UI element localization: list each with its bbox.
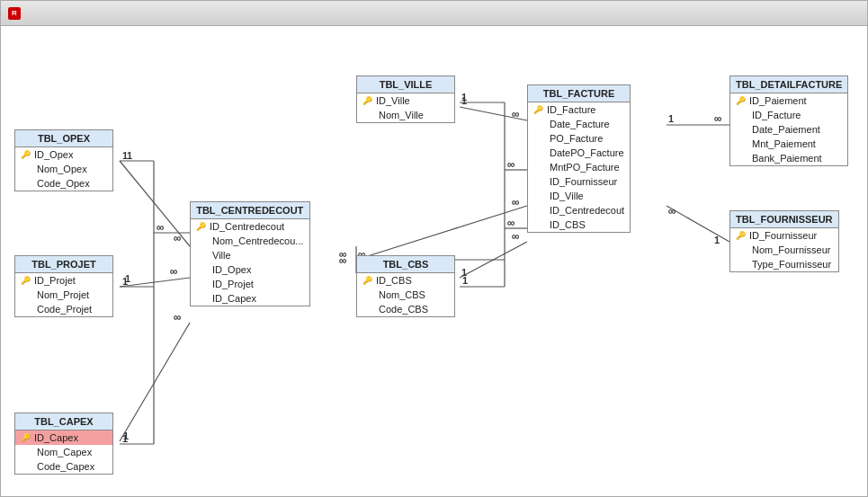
- svg-text:1: 1: [461, 92, 467, 102]
- svg-text:∞: ∞: [507, 158, 515, 171]
- svg-text:1: 1: [122, 276, 128, 287]
- svg-text:1: 1: [122, 433, 128, 444]
- field-id-fournisseur: 🔑ID_Fournisseur: [730, 228, 838, 243]
- key-icon: 🔑: [21, 150, 31, 159]
- field-nom-capex: Nom_Capex: [15, 445, 112, 459]
- diagram-canvas[interactable]: 1 ∞ 1 ∞ 1 ∞ 1 ∞ ∞ ∞ ∞ ∞ 1 ∞: [1, 26, 867, 496]
- field-id-cbs: ID_CBS: [528, 217, 630, 232]
- svg-text:1: 1: [123, 430, 129, 441]
- field-bank-paiement: Bank_Paiement: [730, 151, 847, 165]
- table-tbl_projet: TBL_PROJET🔑ID_ProjetNom_ProjetCode_Proje…: [14, 255, 113, 317]
- svg-text:∞: ∞: [157, 221, 165, 234]
- key-icon: 🔑: [362, 96, 372, 105]
- key-icon: 🔑: [21, 276, 31, 285]
- field-id-facture: 🔑ID_Facture: [528, 102, 630, 117]
- field-label: ID_Paiement: [749, 95, 807, 106]
- field-label: Date_Paiement: [752, 124, 820, 135]
- table-tbl_opex: TBL_OPEX🔑ID_OpexNom_OpexCode_Opex: [14, 129, 113, 191]
- field-code-capex: Code_Capex: [15, 459, 112, 474]
- field-nom-ville: Nom_Ville: [357, 108, 454, 122]
- field-label: Nom_Fournisseur: [752, 244, 830, 255]
- field-id-fournisseur: ID_Fournisseur: [528, 174, 630, 189]
- field-id-projet: ID_Projet: [191, 277, 309, 291]
- svg-line-15: [356, 206, 527, 260]
- table-header-tbl_capex: TBL_CAPEX: [15, 413, 112, 430]
- svg-text:∞: ∞: [507, 217, 515, 229]
- field-id-cbs: 🔑ID_CBS: [357, 273, 454, 288]
- svg-text:∞: ∞: [512, 108, 520, 120]
- field-id-ville: ID_Ville: [528, 189, 630, 203]
- field-label: Code_Capex: [37, 461, 94, 472]
- table-header-tbl_fournisseur: TBL_FOURNISSEUR: [730, 211, 838, 228]
- field-label: ID_Opex: [34, 149, 73, 160]
- field-label: ID_CBS: [376, 275, 412, 286]
- field-id-projet: 🔑ID_Projet: [15, 273, 112, 288]
- field-label: ID_Capex: [34, 432, 78, 443]
- svg-text:∞: ∞: [668, 205, 676, 217]
- svg-line-0: [120, 161, 190, 246]
- field-nom-opex: Nom_Opex: [15, 162, 112, 176]
- field-label: ID_CBS: [550, 219, 586, 230]
- table-header-tbl_ville: TBL_VILLE: [357, 76, 454, 93]
- field-id-facture: ID_Facture: [730, 108, 847, 122]
- field-label: Mnt_Paiement: [752, 138, 816, 149]
- app-icon: R: [8, 7, 21, 20]
- field-nom-cbs: Nom_CBS: [357, 288, 454, 302]
- table-header-tbl_projet: TBL_PROJET: [15, 256, 112, 273]
- svg-text:∞: ∞: [512, 196, 520, 209]
- field-label: Code_Projet: [37, 304, 92, 315]
- table-tbl_facture: TBL_FACTURE🔑ID_FactureDate_FacturePO_Fac…: [527, 84, 631, 233]
- svg-line-6: [120, 323, 190, 441]
- table-tbl_fournisseur: TBL_FOURNISSEUR🔑ID_FournisseurNom_Fourni…: [729, 210, 839, 272]
- svg-text:∞: ∞: [714, 112, 722, 125]
- key-icon: 🔑: [196, 222, 206, 231]
- svg-line-9: [460, 107, 527, 120]
- field-nom-fournisseur: Nom_Fournisseur: [730, 243, 838, 257]
- field-label: DatePO_Facture: [550, 147, 624, 158]
- field-label: Nom_Centredecou...: [212, 235, 304, 246]
- field-label: ID_Projet: [212, 279, 254, 289]
- svg-text:∞: ∞: [512, 230, 520, 243]
- key-icon: 🔑: [362, 276, 372, 285]
- field-label: ID_Centredecout: [550, 205, 624, 216]
- main-window: R 1 ∞ 1 ∞ 1 ∞ 1 ∞ ∞ ∞ ∞: [0, 0, 868, 497]
- field-label: ID_Projet: [34, 275, 76, 286]
- svg-text:∞: ∞: [174, 311, 182, 324]
- field-label: ID_Ville: [550, 191, 584, 201]
- table-header-tbl_opex: TBL_OPEX: [15, 130, 112, 147]
- field-date-paiement: Date_Paiement: [730, 122, 847, 137]
- svg-text:1: 1: [714, 235, 720, 245]
- field-code-opex: Code_Opex: [15, 176, 112, 191]
- svg-text:∞: ∞: [339, 254, 347, 267]
- field-label: Type_Fournisseur: [752, 259, 831, 270]
- svg-text:1: 1: [668, 113, 674, 124]
- svg-text:1: 1: [461, 95, 467, 106]
- svg-text:∞: ∞: [339, 248, 347, 261]
- field-code-projet: Code_Projet: [15, 302, 112, 316]
- svg-line-24: [667, 206, 729, 242]
- svg-text:∞: ∞: [170, 265, 178, 278]
- table-header-tbl_cbs: TBL_CBS: [357, 256, 454, 273]
- field-label: Nom_Projet: [37, 289, 89, 300]
- field-label: ID_Facture: [752, 110, 801, 120]
- field-label: Code_CBS: [379, 304, 428, 315]
- field-label: ID_Centredecout: [210, 221, 284, 232]
- title-bar: R: [1, 1, 867, 26]
- field-label: MntPO_Facture: [550, 162, 620, 173]
- key-icon: 🔑: [533, 105, 543, 114]
- field-id-centredecout: ID_Centredecout: [528, 203, 630, 217]
- field-label: Date_Facture: [550, 119, 610, 129]
- table-tbl_cbs: TBL_CBS🔑ID_CBSNom_CBSCode_CBS: [356, 255, 455, 317]
- table-header-tbl_centredecout: TBL_CENTREDECOUT: [191, 202, 309, 219]
- field-label: ID_Fournisseur: [749, 230, 817, 241]
- field-id-ville: 🔑ID_Ville: [357, 93, 454, 108]
- key-icon: 🔑: [21, 433, 31, 442]
- field-label: Nom_Ville: [379, 110, 424, 120]
- table-tbl_centredecout: TBL_CENTREDECOUT🔑ID_CentredecoutNom_Cent…: [190, 201, 310, 306]
- field-id-capex: ID_Capex: [191, 291, 309, 306]
- field-label: Nom_Capex: [37, 447, 92, 457]
- svg-text:1: 1: [461, 267, 467, 278]
- field-code-cbs: Code_CBS: [357, 302, 454, 316]
- field-datepo-facture: DatePO_Facture: [528, 146, 630, 160]
- svg-line-18: [460, 242, 527, 278]
